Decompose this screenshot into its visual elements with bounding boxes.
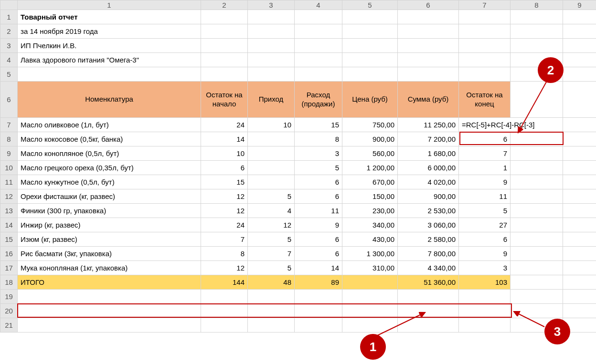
cell[interactable] [511,204,563,218]
item-name[interactable]: Инжир (кг, развес) [18,218,201,232]
cell[interactable] [398,67,459,82]
col-header-2[interactable]: 2 [201,0,248,10]
cell[interactable] [201,24,248,39]
total-start[interactable]: 144 [201,275,248,290]
cell[interactable] [248,10,295,24]
cell[interactable] [201,39,248,53]
row-header-19[interactable]: 19 [0,290,18,304]
table-header-c1[interactable]: Номенклатура [18,82,201,118]
item-sum[interactable]: 6 000,00 [398,161,459,175]
item-name[interactable]: Масло грецкого ореха (0,35л, бут) [18,161,201,175]
item-in[interactable]: 5 [248,189,295,204]
row-header-16[interactable]: 16 [0,247,18,261]
cell[interactable] [295,10,342,24]
cell[interactable] [18,318,201,333]
total-end[interactable]: 103 [459,275,511,290]
cell[interactable] [563,261,596,275]
cell[interactable] [201,53,248,67]
meta-cell[interactable]: за 14 ноября 2019 года [18,24,201,39]
total-label[interactable]: ИТОГО [18,275,201,290]
cell[interactable] [563,204,596,218]
cell[interactable] [295,67,342,82]
item-price[interactable]: 430,00 [342,232,398,247]
item-end[interactable]: 11 [459,189,511,204]
cell[interactable] [248,24,295,39]
cell[interactable] [563,275,596,290]
item-out[interactable]: 6 [295,232,342,247]
cell[interactable] [511,175,563,189]
item-end[interactable]: 6 [459,232,511,247]
item-end[interactable]: 5 [459,204,511,218]
cell[interactable] [248,290,295,304]
row-header-15[interactable]: 15 [0,232,18,247]
item-start[interactable]: 12 [201,261,248,275]
row-header-14[interactable]: 14 [0,218,18,232]
cell[interactable] [248,39,295,53]
item-end[interactable]: 6 [459,132,511,146]
row-header-20[interactable]: 20 [0,304,18,318]
cell[interactable] [511,39,563,53]
table-header-c3[interactable]: Приход [248,82,295,118]
total-price[interactable] [342,275,398,290]
row-header-8[interactable]: 8 [0,132,18,146]
cell[interactable] [563,218,596,232]
cell[interactable] [511,10,563,24]
item-in[interactable]: 5 [248,232,295,247]
cell[interactable] [459,67,511,82]
cell[interactable] [248,67,295,82]
item-name[interactable]: Масло оливковое (1л, бут) [18,118,201,132]
cell[interactable] [201,290,248,304]
total-out[interactable]: 89 [295,275,342,290]
item-start[interactable]: 24 [201,118,248,132]
meta-cell[interactable]: ИП Пчелкин И.В. [18,39,201,53]
item-in[interactable] [248,175,295,189]
cell[interactable] [563,247,596,261]
cell[interactable] [563,189,596,204]
cell[interactable] [563,146,596,161]
item-out[interactable]: 8 [295,132,342,146]
item-out[interactable]: 15 [295,118,342,132]
cell[interactable] [511,275,563,290]
item-sum[interactable]: 2 530,00 [398,204,459,218]
col-header-3[interactable]: 3 [248,0,295,10]
item-end[interactable]: 7 [459,146,511,161]
col-header-9[interactable]: 9 [563,0,596,10]
table-header-c2[interactable]: Остаток на начало [201,82,248,118]
cell[interactable] [563,53,596,67]
table-header-c5[interactable]: Цена (руб) [342,82,398,118]
item-name[interactable]: Рис басмати (3кг, упаковка) [18,247,201,261]
item-name[interactable]: Финики (300 гр, упаковка) [18,204,201,218]
item-start[interactable]: 12 [201,189,248,204]
cell[interactable] [563,161,596,175]
cell[interactable] [511,189,563,204]
cell[interactable] [563,24,596,39]
cell[interactable] [563,39,596,53]
row-header-1[interactable]: 1 [0,10,18,24]
item-sum[interactable]: 4 020,00 [398,175,459,189]
cell[interactable] [342,290,398,304]
item-end[interactable]: 3 [459,261,511,275]
item-sum[interactable]: 11 250,00 [398,118,459,132]
item-price[interactable]: 310,00 [342,261,398,275]
column-header-row[interactable]: 1 2 3 4 5 6 7 8 9 [0,0,596,10]
item-in[interactable]: 12 [248,218,295,232]
cell[interactable] [248,318,295,333]
item-in[interactable]: 4 [248,204,295,218]
item-sum[interactable]: 2 580,00 [398,232,459,247]
item-name[interactable]: Изюм (кг, развес) [18,232,201,247]
cell[interactable] [398,24,459,39]
item-price[interactable]: 1 200,00 [342,161,398,175]
total-sum[interactable]: 51 360,00 [398,275,459,290]
item-out[interactable]: 14 [295,261,342,275]
row-header-2[interactable]: 2 [0,24,18,39]
spreadsheet-grid[interactable]: 1 2 3 4 5 6 7 8 9 1Товарный отчет2за 14 … [0,0,596,333]
row-header-6[interactable]: 6 [0,82,18,118]
table-header-c6[interactable]: Сумма (руб) [398,82,459,118]
item-out[interactable]: 5 [295,161,342,175]
cell[interactable] [511,218,563,232]
cell[interactable] [563,67,596,82]
row-header-13[interactable]: 13 [0,204,18,218]
total-in[interactable]: 48 [248,275,295,290]
item-out[interactable]: 11 [295,204,342,218]
item-start[interactable]: 14 [201,132,248,146]
